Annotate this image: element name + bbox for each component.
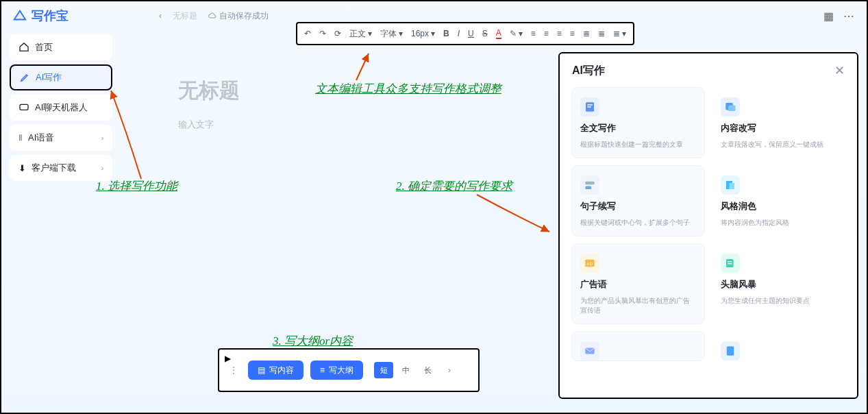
chevron-down-icon: ▾ xyxy=(519,29,523,38)
write-content-button[interactable]: ▤ 写内容 xyxy=(248,361,303,380)
app-logo: 写作宝 xyxy=(12,8,69,24)
voice-icon: ⫴ xyxy=(18,132,23,143)
sidebar-item-label: AI语音 xyxy=(28,132,54,144)
sidebar: 首页 AI写作 AI聊天机器人 ⫴ AI语音 › ⬇ 客户端下载 › xyxy=(10,34,112,185)
ai-card-slogan[interactable]: AD 广告语 为您的产品头脑风暴出有创意的广告宣传语 xyxy=(572,244,704,324)
svg-rect-14 xyxy=(727,346,734,356)
redo-button[interactable]: ↷ xyxy=(319,29,326,38)
top-right-controls: ▦ ⋯ xyxy=(823,10,854,23)
length-medium[interactable]: 中 xyxy=(396,362,415,378)
chevron-right-icon: › xyxy=(101,165,103,172)
svg-rect-3 xyxy=(587,106,591,108)
underline-button[interactable]: U xyxy=(468,29,474,38)
polish-icon xyxy=(721,175,740,195)
svg-rect-12 xyxy=(728,263,732,265)
ai-card-polish[interactable]: 风格润色 将内容润色为指定风格 xyxy=(712,166,845,236)
undo-button[interactable]: ↶ xyxy=(304,29,311,38)
ai-card-grid: 全文写作 根据标题快速创建一篇完整的文章 内容改写 文章段落改写，保留原义一键成… xyxy=(572,88,845,361)
format-button[interactable]: ⟳ xyxy=(334,29,341,38)
top-controls: ‹ 无标题 自动保存成功 xyxy=(159,10,269,22)
chevron-down-icon: ▾ xyxy=(399,29,403,38)
play-icon: ▶ xyxy=(225,354,231,363)
ai-card-continue[interactable]: 句子续写 根据关键词或中心句，扩展多个句子 xyxy=(572,166,704,236)
align-right-button[interactable]: ≡ xyxy=(557,29,562,38)
editor-toolbar: ↶ ↷ ⟳ 正文 ▾ 字体 ▾ 16px ▾ B I U S A ✎ ▾ ≡ ≡… xyxy=(296,22,634,45)
chevron-down-icon: ▾ xyxy=(431,29,435,38)
align-justify-button[interactable]: ≡ xyxy=(570,29,575,38)
ai-card-full-write[interactable]: 全文写作 根据标题快速创建一篇完整的文章 xyxy=(572,88,704,158)
logo-icon xyxy=(12,8,27,23)
sidebar-item-download[interactable]: ⬇ 客户端下载 › xyxy=(10,155,112,181)
drag-icon[interactable]: ⋮ xyxy=(229,365,238,376)
strike-button[interactable]: S xyxy=(482,29,488,38)
indent-button[interactable]: ≣ ▾ xyxy=(613,29,626,38)
back-button[interactable]: ‹ xyxy=(159,11,162,21)
heading-select[interactable]: 正文 ▾ xyxy=(349,28,372,40)
bold-button[interactable]: B xyxy=(443,29,449,38)
chevron-right-icon: › xyxy=(101,134,103,142)
continue-icon xyxy=(580,175,599,195)
note-icon xyxy=(721,341,740,361)
length-group: 短 中 长 xyxy=(374,362,437,378)
grid-icon[interactable]: ▦ xyxy=(823,10,834,23)
slogan-icon: AD xyxy=(580,254,599,273)
italic-button[interactable]: I xyxy=(458,29,460,38)
annotation-2: 2. 确定需要的写作要求 xyxy=(396,178,512,194)
ai-panel: AI写作 ✕ 全文写作 根据标题快速创建一篇完整的文章 内容改写 文章段落改写，… xyxy=(558,52,858,399)
title-input[interactable]: 无标题 xyxy=(178,77,548,105)
svg-rect-0 xyxy=(20,104,28,110)
expand-icon[interactable]: › xyxy=(448,365,451,375)
list-icon: ≡ xyxy=(320,365,325,375)
size-select[interactable]: 16px ▾ xyxy=(411,29,435,38)
sidebar-item-label: 客户端下载 xyxy=(32,162,76,174)
svg-rect-2 xyxy=(587,104,593,106)
app-name: 写作宝 xyxy=(32,8,69,24)
ai-panel-title: AI写作 xyxy=(572,64,605,78)
chevron-down-icon: ▾ xyxy=(368,29,372,38)
editor-area[interactable]: 无标题 输入文字 xyxy=(178,77,548,131)
pen-icon xyxy=(19,72,30,83)
sidebar-item-label: 首页 xyxy=(35,41,53,53)
sidebar-item-ai-chat[interactable]: AI聊天机器人 xyxy=(10,95,112,121)
svg-rect-6 xyxy=(585,182,595,185)
mail-icon xyxy=(580,341,599,361)
align-center-button[interactable]: ≡ xyxy=(544,29,549,38)
autosave-status: 自动保存成功 xyxy=(208,10,269,22)
doc-title-crumb: 无标题 xyxy=(173,10,197,22)
textcolor-button[interactable]: A xyxy=(496,28,501,39)
chevron-down-icon: ▾ xyxy=(622,29,626,38)
home-icon xyxy=(18,42,29,53)
compose-bar: ▶ ⋮ ▤ 写内容 ≡ 写大纲 短 中 长 › xyxy=(218,348,480,392)
body-input[interactable]: 输入文字 xyxy=(178,119,548,131)
sidebar-item-label: AI写作 xyxy=(36,71,62,84)
chat-icon xyxy=(18,102,29,113)
annotation-3: 3. 写大纲or内容 xyxy=(273,333,353,349)
sidebar-item-ai-write[interactable]: AI写作 xyxy=(10,64,112,90)
svg-rect-11 xyxy=(728,261,732,263)
more-icon[interactable]: ⋯ xyxy=(843,10,854,23)
write-outline-button[interactable]: ≡ 写大纲 xyxy=(310,361,363,380)
brainstorm-icon xyxy=(721,254,740,273)
font-select[interactable]: 字体 ▾ xyxy=(380,28,403,40)
svg-rect-7 xyxy=(585,186,591,190)
ai-card-extra-1[interactable] xyxy=(572,332,704,361)
arrow-2 xyxy=(473,191,555,239)
svg-rect-5 xyxy=(728,106,736,111)
length-short[interactable]: 短 xyxy=(374,362,393,378)
list-ordered-button[interactable]: ≣ xyxy=(583,29,590,38)
list-unordered-button[interactable]: ≣ xyxy=(598,29,605,38)
doc-icon xyxy=(580,97,599,117)
highlight-button[interactable]: ✎ ▾ xyxy=(510,29,523,38)
sidebar-item-home[interactable]: 首页 xyxy=(10,34,112,60)
ai-card-brainstorm[interactable]: 头脑风暴 为您生成任何主题的知识要点 xyxy=(712,244,845,324)
sidebar-item-ai-voice[interactable]: ⫴ AI语音 › xyxy=(10,125,112,151)
ai-card-rewrite[interactable]: 内容改写 文章段落改写，保留原义一键成稿 xyxy=(712,88,845,158)
svg-text:AD: AD xyxy=(587,262,593,266)
ai-card-extra-2[interactable] xyxy=(712,332,845,361)
close-icon[interactable]: ✕ xyxy=(834,63,845,78)
arrow-1 xyxy=(107,86,148,182)
sidebar-item-label: AI聊天机器人 xyxy=(35,101,88,114)
align-left-button[interactable]: ≡ xyxy=(531,29,536,38)
rewrite-icon xyxy=(721,97,740,117)
length-long[interactable]: 长 xyxy=(418,362,437,378)
